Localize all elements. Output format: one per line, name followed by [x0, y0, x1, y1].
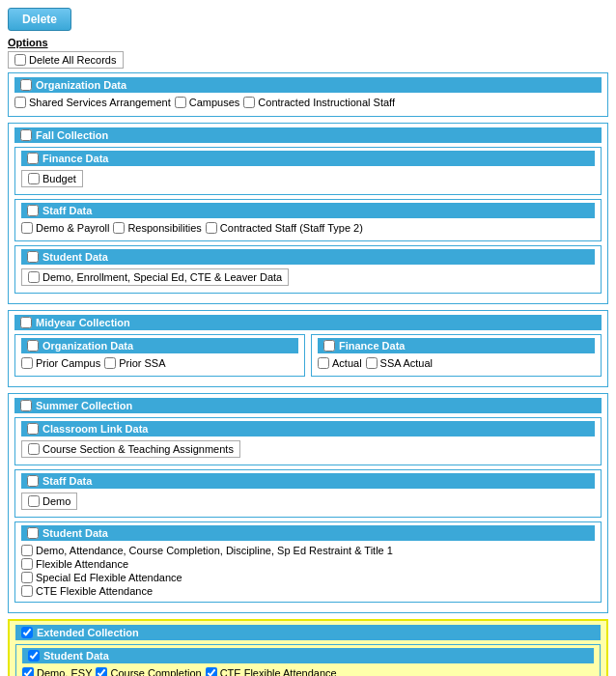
prior-campus-label: Prior Campus	[36, 357, 100, 369]
demo-enrollment-item: Demo, Enrollment, Special Ed, CTE & Leav…	[21, 268, 289, 286]
midyear-inline-sections: Organization Data Prior Campus Prior SSA…	[14, 334, 602, 380]
responsibilities-item: Responsibilities	[113, 222, 201, 234]
demo-payroll-item: Demo & Payroll	[21, 222, 109, 234]
summer-student-checkbox[interactable]	[27, 527, 39, 539]
extended-collection-header: Extended Collection	[15, 625, 601, 640]
summer-staff-checkbox[interactable]	[27, 475, 39, 487]
prior-ssa-label: Prior SSA	[119, 357, 165, 369]
campuses-checkbox[interactable]	[175, 97, 186, 108]
course-section-item: Course Section & Teaching Assignments	[21, 440, 240, 458]
extended-collection-section: Extended Collection Student Data Demo, E…	[8, 619, 608, 676]
fall-finance-header: Finance Data	[21, 151, 595, 166]
campuses-label: Campuses	[189, 97, 240, 108]
prior-campus-checkbox[interactable]	[21, 357, 33, 369]
cte-flexible-ext-item: CTE Flexible Attendance	[206, 667, 337, 676]
budget-item: Budget	[21, 170, 83, 187]
cte-flexible-item: CTE Flexible Attendance	[21, 585, 595, 597]
summer-student-subsection: Student Data Demo, Attendance, Course Co…	[14, 521, 602, 603]
summer-student-label: Student Data	[42, 527, 108, 539]
demo-summer-label: Demo	[42, 495, 70, 507]
summer-classroom-checkbox[interactable]	[27, 423, 39, 435]
flexible-attendance-label: Flexible Attendance	[36, 558, 128, 570]
organization-data-checkbox[interactable]	[20, 79, 32, 91]
summer-collection-label: Summer Collection	[36, 400, 132, 411]
organization-data-label: Organization Data	[36, 79, 126, 91]
cte-flexible-ext-checkbox[interactable]	[206, 667, 217, 676]
special-ed-flexible-item: Special Ed Flexible Attendance	[21, 572, 595, 583]
shared-services-label: Shared Services Arrangement	[29, 97, 171, 108]
extended-student-checkbox[interactable]	[28, 650, 40, 662]
extended-student-row1: Demo, ESY Course Completion CTE Flexible…	[22, 667, 594, 676]
demo-enrollment-checkbox[interactable]	[28, 271, 40, 283]
fall-student-checkbox[interactable]	[27, 251, 39, 263]
prior-campus-item: Prior Campus	[21, 357, 100, 369]
midyear-finance-header: Finance Data	[318, 338, 595, 353]
midyear-org-items: Prior Campus Prior SSA	[21, 357, 298, 369]
organization-data-section: Organization Data Shared Services Arrang…	[8, 72, 608, 117]
demo-esy-checkbox[interactable]	[22, 667, 34, 676]
delete-all-checkbox[interactable]	[14, 54, 26, 66]
campuses-item: Campuses	[175, 97, 240, 108]
midyear-collection-section: Midyear Collection Organization Data Pri…	[8, 310, 608, 387]
demo-attendance-checkbox[interactable]	[21, 545, 33, 556]
midyear-org-label: Organization Data	[42, 340, 133, 352]
fall-finance-checkbox[interactable]	[27, 153, 39, 164]
demo-summer-checkbox[interactable]	[28, 495, 40, 507]
course-completion-ext-checkbox[interactable]	[96, 667, 107, 676]
contracted-staff-item: Contracted Staff (Staff Type 2)	[206, 222, 363, 234]
organization-data-items: Shared Services Arrangement Campuses Con…	[14, 97, 602, 108]
extended-collection-label: Extended Collection	[37, 627, 139, 638]
fall-staff-header: Staff Data	[21, 203, 595, 218]
extended-student-items: Demo, ESY Course Completion CTE Flexible…	[22, 667, 594, 676]
contracted-instructional-checkbox[interactable]	[243, 97, 255, 108]
fall-collection-header: Fall Collection	[14, 127, 602, 143]
fall-finance-label: Finance Data	[42, 153, 108, 164]
demo-payroll-checkbox[interactable]	[21, 222, 33, 234]
midyear-org-checkbox[interactable]	[27, 340, 39, 352]
options-section: Options Delete All Records	[8, 37, 608, 69]
extended-student-subsection: Student Data Demo, ESY Course Completion…	[15, 644, 601, 676]
fall-staff-checkbox[interactable]	[27, 205, 39, 216]
midyear-collection-header: Midyear Collection	[14, 315, 602, 330]
cte-flexible-checkbox[interactable]	[21, 585, 33, 597]
summer-staff-label: Staff Data	[42, 475, 92, 487]
midyear-finance-checkbox[interactable]	[323, 340, 335, 352]
fall-collection-checkbox[interactable]	[20, 129, 32, 141]
course-section-label: Course Section & Teaching Assignments	[42, 443, 234, 455]
midyear-collection-checkbox[interactable]	[20, 317, 32, 328]
fall-student-subsection: Student Data Demo, Enrollment, Special E…	[14, 245, 602, 294]
fall-student-items: Demo, Enrollment, Special Ed, CTE & Leav…	[21, 268, 595, 286]
summer-student-header: Student Data	[21, 525, 595, 541]
shared-services-checkbox[interactable]	[14, 97, 26, 108]
responsibilities-label: Responsibilities	[127, 222, 201, 234]
delete-button[interactable]: Delete	[8, 8, 71, 31]
special-ed-flexible-label: Special Ed Flexible Attendance	[36, 572, 182, 583]
midyear-org-subsection: Organization Data Prior Campus Prior SSA	[14, 334, 305, 377]
contracted-staff-checkbox[interactable]	[206, 222, 217, 234]
summer-classroom-label: Classroom Link Data	[42, 423, 148, 435]
summer-classroom-header: Classroom Link Data	[21, 421, 595, 437]
summer-staff-subsection: Staff Data Demo	[14, 469, 602, 518]
demo-esy-label: Demo, ESY	[37, 667, 92, 676]
ssa-actual-label: SSA Actual	[380, 357, 433, 369]
summer-collection-checkbox[interactable]	[20, 400, 32, 411]
midyear-collection-label: Midyear Collection	[36, 317, 130, 328]
fall-student-label: Student Data	[42, 251, 108, 263]
actual-checkbox[interactable]	[318, 357, 329, 369]
prior-ssa-checkbox[interactable]	[104, 357, 116, 369]
summer-collection-section: Summer Collection Classroom Link Data Co…	[8, 393, 608, 613]
ssa-actual-checkbox[interactable]	[366, 357, 378, 369]
flexible-attendance-checkbox[interactable]	[21, 558, 33, 570]
budget-checkbox[interactable]	[28, 173, 40, 184]
extended-student-label: Student Data	[43, 650, 109, 662]
extended-collection-checkbox[interactable]	[21, 627, 33, 638]
summer-collection-header: Summer Collection	[14, 398, 602, 413]
cte-flexible-ext-label: CTE Flexible Attendance	[220, 667, 337, 676]
demo-attendance-label: Demo, Attendance, Course Completion, Dis…	[36, 545, 393, 556]
delete-all-label: Delete All Records	[29, 54, 117, 66]
responsibilities-checkbox[interactable]	[113, 222, 125, 234]
prior-ssa-item: Prior SSA	[104, 357, 165, 369]
options-label: Options	[8, 37, 608, 48]
course-section-checkbox[interactable]	[28, 443, 40, 455]
special-ed-flexible-checkbox[interactable]	[21, 572, 33, 583]
